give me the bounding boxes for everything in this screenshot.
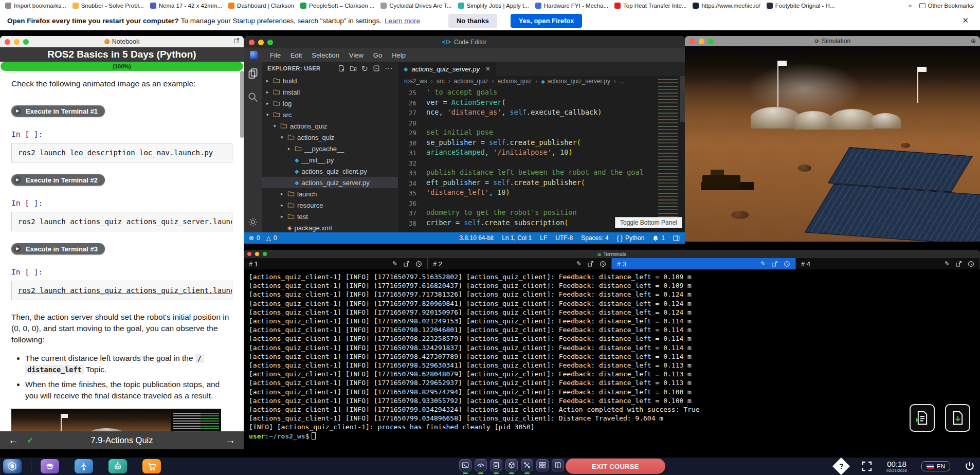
tree-item-build[interactable]: ▸build	[262, 75, 398, 86]
bookmarks-overflow-chevron[interactable]: »	[903, 2, 917, 9]
panel-layout-icon[interactable]	[673, 235, 680, 242]
restart-terminal-icon[interactable]	[968, 261, 974, 267]
tree-item-actions-quiz-client-py[interactable]: ◆actions_quiz_client.py	[262, 166, 398, 177]
terminal-tab-4[interactable]: # 4✎	[796, 258, 980, 269]
tree-item-resource[interactable]: ▸resource	[262, 199, 398, 211]
simulation-settings-icon[interactable]: ⊕	[971, 38, 976, 45]
python-language-indicator[interactable]: { }Python	[617, 234, 645, 242]
shell-prompt[interactable]: user:~/ros2_ws$	[249, 432, 975, 441]
tree-item-package-xml[interactable]: ◆package.xml	[262, 222, 398, 232]
breadcrumb-item[interactable]: ...	[620, 78, 625, 85]
bookmark-item[interactable]: Top Heat Transfer Inte...	[613, 3, 692, 9]
terminal-tab-1[interactable]: # 1✎	[244, 258, 428, 269]
tab-actions-quiz-server[interactable]: ◆ actions_quiz_server.py ✕	[398, 62, 496, 76]
more-actions-icon[interactable]: ···	[385, 64, 393, 73]
terminal-tab-3[interactable]: # 3✎	[612, 258, 796, 269]
rename-terminal-icon[interactable]: ✎	[576, 260, 582, 267]
menu-go[interactable]: Go	[373, 51, 382, 59]
tree-item-actions-quiz[interactable]: ▾actions_quiz	[262, 120, 398, 132]
code-cell[interactable]: ros2 launch actions_quiz actions_quiz_cl…	[11, 281, 232, 300]
status-item[interactable]: LF	[540, 234, 547, 242]
tree-item-src[interactable]: ▾src	[262, 109, 398, 120]
bookmark-item[interactable]: Nema 17 - 42 x 42mm...	[149, 3, 227, 9]
help-button[interactable]: ?	[832, 458, 850, 475]
bookmark-item[interactable]: PeopleSoft – Clarkson ...	[299, 3, 379, 9]
breadcrumb-item[interactable]: ros2_ws	[404, 78, 427, 85]
gazebo-launcher-icon[interactable]	[505, 459, 518, 471]
close-tab-icon[interactable]: ✕	[485, 65, 491, 72]
code-cell[interactable]: ros2 launch leo_description loc_nav.laun…	[11, 143, 232, 162]
status-item[interactable]: 3.8.10 64-bit	[459, 234, 494, 242]
tree-item--pycache-[interactable]: ▸__pycache__	[262, 143, 398, 154]
restart-terminal-icon[interactable]	[415, 261, 422, 267]
open-external-terminal-icon[interactable]	[771, 261, 778, 267]
tree-item-launch[interactable]: ▸launch	[262, 188, 398, 199]
breadcrumb-item[interactable]: actions_quiz_server.py	[541, 78, 610, 85]
bookmark-item[interactable]: https://www.mechie.io/	[692, 3, 765, 9]
status-item[interactable]: Ln 1, Col 1	[502, 234, 532, 242]
breadcrumb-item[interactable]: actions_quiz	[454, 78, 488, 85]
settings-gear-icon[interactable]	[248, 217, 258, 227]
execute-terminal-button[interactable]: ▶Execute in Terminal #2	[11, 174, 105, 186]
other-bookmarks-button[interactable]: Other Bookmarks	[919, 3, 976, 9]
menu-view[interactable]: View	[349, 51, 364, 59]
exit-course-button[interactable]: EXIT COURSE	[566, 459, 665, 474]
menu-selection[interactable]: Selection	[312, 51, 339, 59]
status-item[interactable]: Spaces: 4	[581, 234, 608, 242]
academy-launcher-icon[interactable]	[41, 459, 59, 473]
power-button[interactable]	[965, 461, 975, 471]
learn-more-link[interactable]: Learn more	[385, 17, 420, 25]
layout-launcher-icon[interactable]	[536, 459, 549, 471]
rename-terminal-icon[interactable]: ✎	[760, 260, 766, 267]
tree-item--init-py[interactable]: ◆__init__.py	[262, 154, 398, 166]
shop-launcher-icon[interactable]	[142, 459, 161, 473]
tree-item-log[interactable]: ▸log	[262, 98, 398, 109]
terminal-output[interactable]: [actions_quiz_client-1] [INFO] [17716507…	[244, 269, 980, 458]
bookmark-item[interactable]: Cycloidal Drives Are T...	[379, 3, 457, 9]
menu-edit[interactable]: Edit	[291, 51, 302, 59]
robot-launcher-icon[interactable]	[108, 459, 127, 473]
bookmark-item[interactable]: Import bookmarks...	[4, 3, 71, 9]
tree-item-test[interactable]: ▸test	[262, 211, 398, 222]
bookmark-item[interactable]: Snubber - Solve Probl...	[71, 3, 149, 9]
rename-terminal-icon[interactable]: ✎	[392, 260, 397, 267]
collapse-folders-icon[interactable]	[373, 65, 380, 72]
open-external-terminal-icon[interactable]	[403, 261, 410, 267]
code-cell[interactable]: ros2 launch actions_quiz actions_quiz_se…	[11, 212, 232, 231]
terminal-launcher-icon[interactable]	[459, 459, 471, 471]
docs-launcher-icon[interactable]	[552, 459, 564, 471]
fullscreen-icon[interactable]	[862, 461, 872, 471]
explorer-icon[interactable]	[247, 68, 259, 79]
notebook-launcher-icon[interactable]	[490, 459, 502, 471]
open-external-icon[interactable]	[233, 38, 240, 44]
restart-terminal-icon[interactable]	[784, 261, 790, 267]
tree-item-actions-quiz-server-py[interactable]: ◆actions_quiz_server.py	[262, 177, 398, 188]
warnings-indicator[interactable]: △0	[266, 234, 277, 242]
errors-indicator[interactable]: ⊗0	[249, 234, 260, 242]
breadcrumb-item[interactable]: actions_quiz	[497, 78, 532, 85]
status-item[interactable]: UTF-8	[555, 234, 573, 242]
menu-file[interactable]: File	[270, 51, 281, 59]
language-selector[interactable]: EN	[921, 461, 950, 471]
code-launcher-icon[interactable]: </>	[475, 459, 487, 471]
rename-terminal-icon[interactable]: ✎	[945, 260, 950, 267]
search-icon[interactable]	[247, 92, 259, 103]
execute-terminal-button[interactable]: ▶Execute in Terminal #3	[11, 243, 105, 254]
yes-open-firefox-button[interactable]: Yes, open Firefox	[511, 14, 583, 28]
execute-terminal-button[interactable]: ▶Execute in Terminal #1	[11, 105, 105, 117]
new-file-icon[interactable]	[338, 65, 345, 72]
new-folder-icon[interactable]	[350, 65, 357, 72]
breadcrumb-item[interactable]: src	[437, 78, 445, 85]
tree-item-actions-quiz[interactable]: ▾actions_quiz	[262, 132, 398, 143]
open-external-terminal-icon[interactable]	[955, 261, 962, 267]
ros-tools-launcher-icon[interactable]	[75, 459, 93, 473]
construct-logo-icon[interactable]	[3, 459, 22, 473]
notifications-bell[interactable]: 1	[652, 234, 665, 242]
tools-launcher-icon[interactable]	[521, 459, 533, 471]
upload-file-button[interactable]	[945, 404, 970, 432]
tree-item-install[interactable]: ▸install	[262, 86, 398, 98]
bookmark-item[interactable]: Simplify Jobs | Apply t...	[457, 3, 534, 9]
code-area[interactable]: 25' to accept goals26ver = ActionServer(…	[398, 86, 656, 232]
restart-terminal-icon[interactable]	[600, 261, 606, 267]
bookmark-item[interactable]: Dashboard | Clarkson	[227, 3, 299, 9]
